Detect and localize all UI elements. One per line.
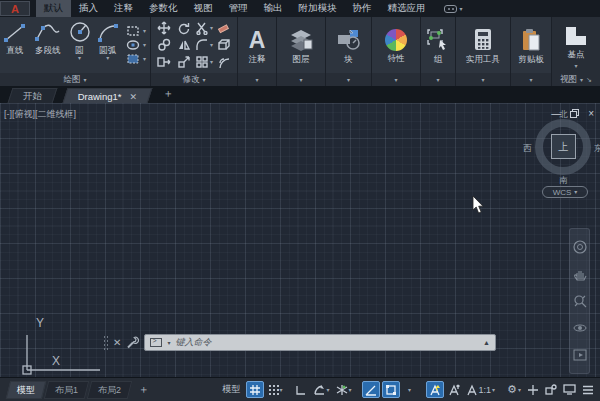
fillet-button[interactable]: ▾ bbox=[194, 37, 214, 54]
layout-tab-layout2[interactable]: 布局2 bbox=[87, 381, 133, 399]
panel-annotate-expand[interactable]: ▾ bbox=[238, 73, 276, 86]
compass-west[interactable]: 西 bbox=[523, 143, 532, 155]
tab-annotate[interactable]: 注释 bbox=[106, 0, 141, 17]
tab-addins[interactable]: 附加模块 bbox=[291, 0, 345, 17]
app-logo[interactable]: A bbox=[0, 1, 30, 16]
scale-button[interactable] bbox=[174, 54, 194, 71]
compass-north[interactable]: 北 bbox=[559, 109, 568, 121]
wcs-menu[interactable]: WCS▾ bbox=[542, 186, 588, 198]
explode-button[interactable] bbox=[214, 37, 234, 54]
object-snap-tracking-toggle[interactable] bbox=[362, 381, 380, 398]
showmotion-icon[interactable] bbox=[573, 348, 587, 362]
annotate-button[interactable]: A 注释 bbox=[249, 25, 266, 66]
chevron-down-icon[interactable]: ▾ bbox=[280, 387, 283, 393]
layers-button[interactable]: 图层 bbox=[288, 25, 314, 66]
properties-button[interactable]: 特性 bbox=[385, 26, 407, 65]
layout-tab-model[interactable]: 模型 bbox=[6, 381, 46, 399]
panel-modify-title[interactable]: 修改▾ bbox=[151, 73, 237, 86]
ellipse-button[interactable]: ▾ bbox=[126, 39, 146, 51]
chevron-down-icon[interactable]: ▾ bbox=[492, 387, 495, 393]
media-button[interactable]: ▾ bbox=[444, 0, 463, 17]
customization-button[interactable] bbox=[580, 381, 596, 398]
model-space-indicator[interactable]: 模型 bbox=[223, 383, 241, 396]
panel-block-expand[interactable]: ▾ bbox=[326, 73, 371, 86]
panel-layers-expand[interactable]: ▾ bbox=[277, 73, 325, 86]
tab-output[interactable]: 输出 bbox=[256, 0, 291, 17]
chevron-down-icon: ▾ bbox=[580, 77, 583, 83]
hardware-acceleration-button[interactable] bbox=[561, 381, 578, 398]
drawing-canvas[interactable]: [-][俯视][二维线框] — × 北 南 西 东 上 WCS▾ bbox=[0, 103, 600, 377]
navigation-wheel-icon[interactable] bbox=[573, 240, 587, 254]
polar-tracking-toggle[interactable]: ▾ bbox=[311, 381, 332, 398]
compass-east[interactable]: 东 bbox=[594, 143, 600, 155]
arc-button[interactable]: 圆弧 ▾ bbox=[93, 18, 122, 73]
tab-insert[interactable]: 插入 bbox=[71, 0, 106, 17]
tab-featured-apps[interactable]: 精选应用 bbox=[380, 0, 434, 17]
object-snap-dropdown[interactable]: ▾ bbox=[402, 381, 418, 398]
history-up-icon[interactable]: ▲ bbox=[483, 339, 490, 346]
pan-hand-icon[interactable] bbox=[573, 267, 587, 281]
polyline-button[interactable]: 多段线 bbox=[30, 18, 66, 73]
ortho-toggle[interactable] bbox=[293, 381, 309, 398]
annotation-monitor-button[interactable] bbox=[525, 381, 541, 398]
annotation-visibility-toggle[interactable] bbox=[426, 381, 444, 398]
close-icon[interactable]: ✕ bbox=[130, 91, 138, 101]
move-button[interactable] bbox=[154, 20, 174, 37]
array-button[interactable]: ▾ bbox=[194, 54, 214, 71]
copy-button[interactable] bbox=[154, 37, 174, 54]
workspace-switching-button[interactable]: ⚙ ▾ bbox=[505, 381, 523, 398]
viewport-controls[interactable]: [-][俯视][二维线框] bbox=[4, 108, 76, 121]
rectangle-button[interactable]: ▾ bbox=[126, 25, 146, 37]
panel-view-title[interactable]: 视图 ▾ ↘ bbox=[552, 73, 600, 86]
layout-tab-layout1[interactable]: 布局1 bbox=[44, 381, 90, 399]
chevron-down-icon[interactable]: ▾ bbox=[167, 340, 170, 346]
grid-toggle[interactable] bbox=[246, 381, 264, 398]
utilities-button[interactable]: 实用工具 bbox=[466, 25, 500, 66]
tab-manage[interactable]: 管理 bbox=[221, 0, 256, 17]
clipboard-button[interactable]: 剪贴板 bbox=[518, 25, 544, 66]
circle-button[interactable]: 圆 ▾ bbox=[66, 18, 94, 73]
erase-button[interactable] bbox=[214, 20, 234, 37]
object-snap-toggle[interactable] bbox=[382, 381, 400, 398]
basepoint-button[interactable]: 基点 ▾ bbox=[563, 22, 589, 69]
tab-view[interactable]: 视图 bbox=[186, 0, 221, 17]
tab-collaborate[interactable]: 协作 bbox=[345, 0, 380, 17]
file-tab-start[interactable]: 开始 bbox=[8, 88, 58, 103]
dialog-launcher-icon[interactable]: ↘ bbox=[586, 76, 592, 83]
offset-button[interactable] bbox=[214, 54, 234, 71]
panel-properties-expand[interactable]: ▾ bbox=[372, 73, 420, 86]
viewcube[interactable]: 北 南 西 东 上 bbox=[533, 117, 593, 177]
panel-group: 组 ▾ bbox=[421, 17, 455, 86]
close-icon[interactable]: ✕ bbox=[113, 337, 121, 348]
wrench-icon[interactable] bbox=[126, 336, 139, 349]
autoscale-toggle[interactable] bbox=[446, 381, 462, 398]
panel-draw-title[interactable]: 绘图▾ bbox=[0, 73, 150, 86]
isolate-objects-button[interactable] bbox=[543, 381, 559, 398]
command-input[interactable]: ▾ 键入命令 ▲ bbox=[144, 334, 496, 351]
trim-button[interactable]: ▾ bbox=[194, 20, 214, 37]
hatch-button[interactable]: ▾ bbox=[126, 53, 146, 65]
viewcube-top-face[interactable]: 上 bbox=[551, 134, 576, 159]
group-button[interactable]: 组 bbox=[426, 25, 450, 66]
chevron-down-icon[interactable]: ▾ bbox=[349, 387, 352, 393]
snap-toggle[interactable]: ▾ bbox=[266, 381, 285, 398]
mirror-button[interactable] bbox=[174, 37, 194, 54]
stretch-button[interactable] bbox=[154, 54, 174, 71]
zoom-extents-icon[interactable] bbox=[573, 294, 587, 308]
orbit-icon[interactable] bbox=[573, 321, 587, 335]
panel-utilities-expand[interactable]: ▾ bbox=[456, 73, 510, 86]
new-drawing-button[interactable]: ＋ bbox=[162, 86, 173, 103]
tab-default[interactable]: 默认 bbox=[36, 0, 71, 17]
rotate-button[interactable] bbox=[174, 20, 194, 37]
panel-group-expand[interactable]: ▾ bbox=[421, 73, 455, 86]
new-layout-button[interactable]: ＋ bbox=[138, 382, 149, 397]
chevron-down-icon[interactable]: ▾ bbox=[327, 387, 330, 393]
annotation-scale-button[interactable]: 1:1 ▾ bbox=[464, 381, 498, 398]
block-button[interactable]: 块 bbox=[336, 25, 362, 66]
tab-parametric[interactable]: 参数化 bbox=[141, 0, 186, 17]
panel-clipboard-expand[interactable]: ▾ bbox=[511, 73, 551, 86]
file-tab-drawing1[interactable]: Drawing1* ✕ bbox=[63, 88, 153, 103]
line-button[interactable]: 直线 bbox=[0, 18, 30, 73]
drag-handle[interactable] bbox=[103, 335, 108, 350]
isometric-drafting-toggle[interactable]: ▾ bbox=[334, 381, 354, 398]
